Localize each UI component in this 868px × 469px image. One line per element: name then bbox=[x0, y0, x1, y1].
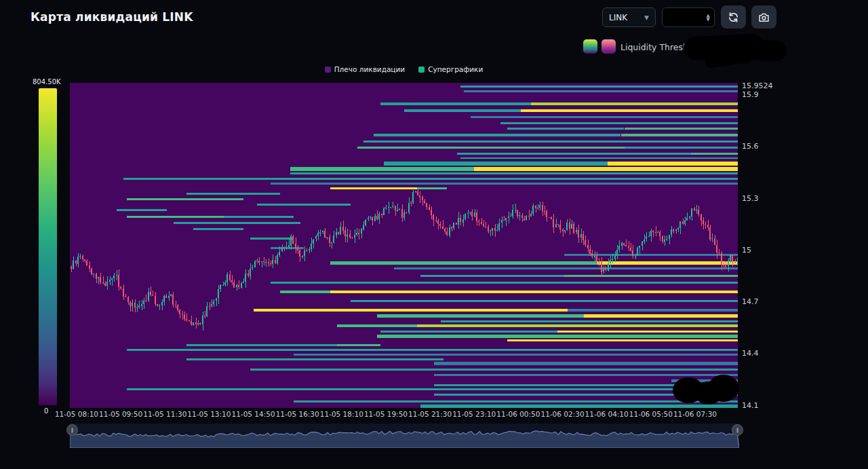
magma-gradient-chip[interactable] bbox=[601, 39, 616, 54]
refresh-button[interactable] bbox=[721, 5, 746, 29]
colorbar bbox=[39, 88, 57, 405]
legend-swatch-teal bbox=[418, 67, 425, 73]
range-navigator[interactable] bbox=[70, 424, 739, 448]
navigator-left-handle[interactable]: ∥ bbox=[66, 424, 78, 436]
navigator-canvas bbox=[70, 424, 739, 448]
y-axis-label: 14.7 bbox=[742, 297, 759, 306]
refresh-icon bbox=[728, 12, 739, 23]
x-axis-label: 11-06 07:30 bbox=[667, 410, 724, 418]
screenshot-button[interactable] bbox=[751, 5, 776, 29]
y-axis-label: 15.9524 bbox=[742, 81, 773, 90]
y-axis-label: 15 bbox=[742, 246, 751, 255]
colorbar-max-label: 804.50K bbox=[33, 78, 61, 86]
liquidation-map-app: Карта ликвидаций LINK LINK ▼ ▲ ▼ Liquidi… bbox=[0, 0, 868, 469]
y-axis-label: 14.1 bbox=[742, 401, 759, 410]
legend-label: Плечо ликвидации bbox=[334, 65, 405, 73]
threshold-stepper-input[interactable]: ▲ ▼ bbox=[662, 7, 715, 27]
y-axis-label: 15.3 bbox=[742, 194, 759, 203]
chart-legend: Плечо ликвидации Суперграфики bbox=[70, 65, 738, 73]
page-title: Карта ликвидаций LINK bbox=[31, 10, 193, 24]
redaction-mark bbox=[708, 375, 739, 402]
viridis-gradient-chip[interactable] bbox=[583, 39, 597, 54]
y-axis-label: 15.9 bbox=[742, 90, 759, 99]
liquidation-heatmap-canvas[interactable] bbox=[70, 83, 738, 408]
symbol-select-value: LINK bbox=[609, 13, 627, 22]
camera-icon bbox=[758, 12, 770, 23]
chevron-down-icon: ▼ bbox=[644, 14, 649, 21]
legend-swatch-purple bbox=[325, 67, 331, 73]
legend-item-leverage[interactable]: Плечо ликвидации bbox=[325, 65, 405, 73]
legend-label: Суперграфики bbox=[428, 65, 483, 73]
navigator-right-handle[interactable]: ∥ bbox=[732, 424, 743, 436]
y-axis-label: 15.6 bbox=[742, 142, 759, 151]
stepper-down-icon[interactable]: ▼ bbox=[707, 18, 710, 22]
legend-item-supercharts[interactable]: Суперграфики bbox=[418, 65, 483, 73]
symbol-select[interactable]: LINK ▼ bbox=[602, 7, 656, 27]
y-axis-label: 14.4 bbox=[742, 349, 759, 358]
